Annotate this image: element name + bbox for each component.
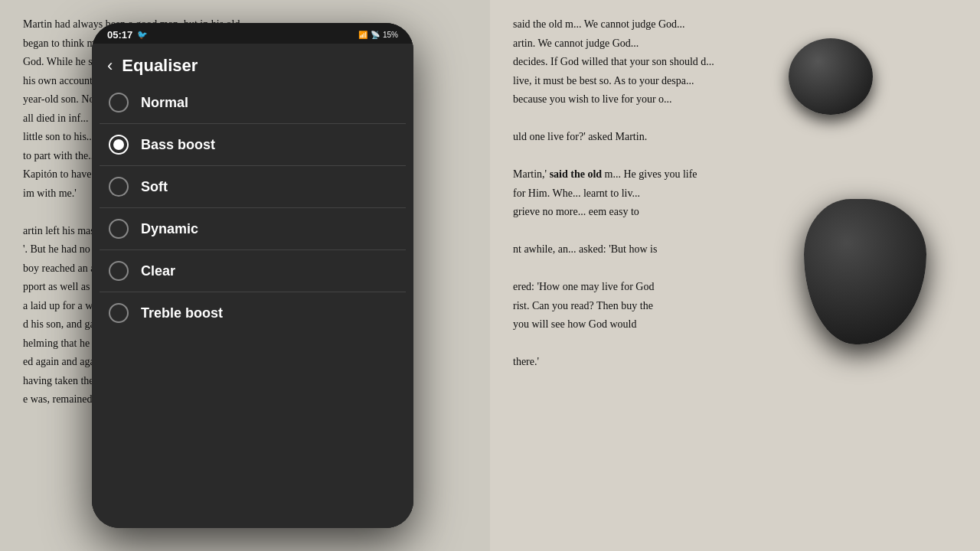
radio-treble-boost[interactable] <box>109 303 129 323</box>
eq-header: ‹ Equaliser <box>92 44 413 82</box>
status-icons: 📶 📡 15% <box>358 31 398 39</box>
equaliser-screen: ‹ Equaliser Normal Bass boost Soft <box>92 44 413 528</box>
status-bar: 05:17 🐦 📶 📡 15% <box>92 23 413 44</box>
radio-normal[interactable] <box>109 93 129 112</box>
radio-bass-boost[interactable] <box>109 135 129 155</box>
eq-item-dynamic[interactable]: Dynamic <box>100 208 406 250</box>
eq-label-clear: Clear <box>141 263 175 279</box>
eq-item-clear[interactable]: Clear <box>100 250 406 292</box>
battery-level: 15% <box>383 31 398 39</box>
wifi-icon: 📡 <box>371 31 380 39</box>
eq-label-soft: Soft <box>141 179 168 195</box>
eq-item-treble-boost[interactable]: Treble boost <box>100 292 406 334</box>
eq-label-treble-boost: Treble boost <box>141 305 223 321</box>
earbud-top <box>789 38 896 145</box>
earbud-bottom <box>804 199 926 344</box>
eq-title: Equaliser <box>122 56 198 76</box>
radio-dynamic[interactable] <box>109 219 129 239</box>
twitter-icon: 🐦 <box>137 30 148 40</box>
eq-label-normal: Normal <box>141 95 188 111</box>
eq-label-bass-boost: Bass boost <box>141 137 215 153</box>
eq-item-normal[interactable]: Normal <box>100 82 406 124</box>
eq-label-dynamic: Dynamic <box>141 221 198 237</box>
phone: 05:17 🐦 📶 📡 15% ‹ Equaliser Normal <box>92 23 413 528</box>
back-button[interactable]: ‹ <box>107 56 113 76</box>
status-time: 05:17 <box>107 29 132 41</box>
eq-list: Normal Bass boost Soft Dynamic <box>92 82 413 528</box>
radio-soft[interactable] <box>109 177 129 197</box>
eq-item-bass-boost[interactable]: Bass boost <box>100 124 406 166</box>
signal-icon: 📶 <box>358 31 368 39</box>
eq-item-soft[interactable]: Soft <box>100 166 406 208</box>
radio-clear[interactable] <box>109 261 129 281</box>
radio-selected-dot <box>113 139 124 150</box>
